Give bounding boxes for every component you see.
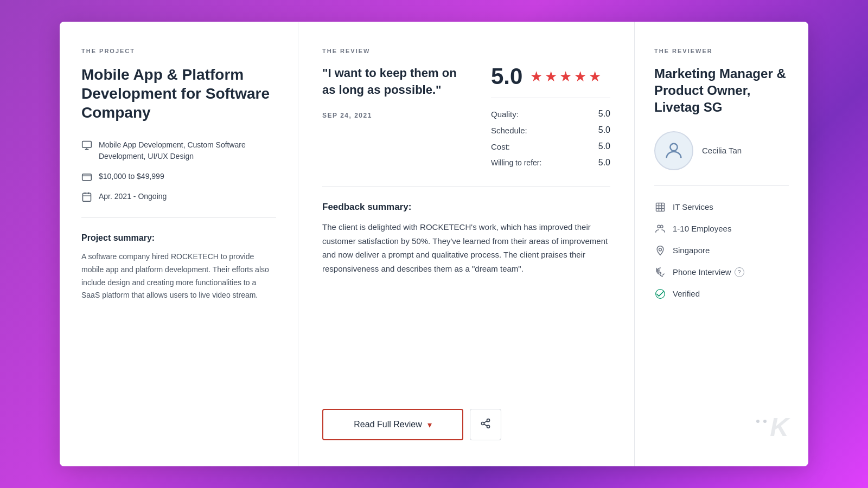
budget-meta: $10,000 to $49,999	[81, 171, 276, 182]
project-divider	[81, 217, 276, 218]
schedule-row: Schedule: 5.0	[491, 122, 610, 138]
review-date: SEP 24, 2021	[322, 112, 469, 119]
budget-icon	[81, 171, 92, 182]
star-3: ★	[559, 68, 572, 85]
read-full-review-button[interactable]: Read Full Review ▾	[322, 409, 463, 440]
summary-label: Project summary:	[81, 233, 276, 243]
watermark: K	[654, 406, 789, 440]
svg-rect-2	[83, 193, 91, 201]
overall-score-row: 5.0 ★ ★ ★ ★ ★	[491, 65, 610, 88]
cost-value: 5.0	[594, 142, 610, 151]
budget-text: $10,000 to $49,999	[99, 171, 164, 182]
verified-text: Verified	[673, 289, 700, 298]
timeline-text: Apr. 2021 - Ongoing	[99, 191, 167, 202]
review-column: THE REVIEW "I want to keep them on as lo…	[298, 22, 635, 466]
calendar-icon	[81, 191, 92, 202]
project-column: THE PROJECT Mobile App & Platform Develo…	[60, 22, 298, 466]
services-text: Mobile App Development, Custom Software …	[99, 139, 276, 162]
chevron-down-icon: ▾	[427, 420, 432, 430]
score-divider	[491, 98, 610, 98]
building-icon	[654, 201, 666, 213]
phone-icon	[654, 266, 666, 278]
overall-score-number: 5.0	[491, 65, 522, 88]
svg-point-8	[670, 143, 677, 150]
services-meta: Mobile App Development, Custom Software …	[81, 139, 276, 162]
svg-rect-0	[82, 142, 92, 148]
cost-row: Cost: 5.0	[491, 138, 610, 155]
review-card: THE PROJECT Mobile App & Platform Develo…	[60, 22, 808, 466]
timeline-meta: Apr. 2021 - Ongoing	[81, 191, 276, 202]
svg-point-5	[487, 425, 490, 428]
help-icon[interactable]: ?	[735, 267, 744, 277]
watermark-k: K	[770, 413, 789, 441]
cost-label: Cost:	[491, 142, 510, 151]
willing-label: Willing to refer:	[491, 158, 541, 167]
reviewer-title: Marketing Manager & Product Owner, Livet…	[654, 65, 789, 116]
svg-line-7	[484, 421, 487, 422]
svg-point-4	[482, 422, 484, 425]
willing-value: 5.0	[598, 158, 610, 168]
star-2: ★	[545, 68, 557, 85]
svg-line-6	[484, 424, 487, 426]
review-quote: "I want to keep them on as long as possi…	[322, 65, 469, 171]
svg-point-11	[660, 225, 663, 228]
verified-meta: Verified	[654, 288, 789, 300]
review-section-label: THE REVIEW	[322, 48, 610, 54]
svg-point-3	[487, 419, 490, 421]
verified-icon	[654, 288, 666, 300]
star-4: ★	[574, 68, 586, 85]
review-scores: 5.0 ★ ★ ★ ★ ★ Quality: 5.0 Schedule:	[491, 65, 610, 171]
star-5: ★	[589, 68, 601, 85]
project-section-label: THE PROJECT	[81, 48, 276, 54]
share-button[interactable]	[470, 409, 501, 440]
quality-value: 5.0	[594, 109, 610, 119]
quality-row: Quality: 5.0	[491, 106, 610, 122]
star-1: ★	[530, 68, 542, 85]
schedule-label: Schedule:	[491, 126, 527, 135]
reviewer-avatar-row: Cecilia Tan	[654, 131, 789, 186]
schedule-value: 5.0	[594, 125, 610, 135]
company-size-text: 1-10 Employees	[673, 224, 731, 233]
company-size-meta: 1-10 Employees	[654, 223, 789, 235]
star-rating: ★ ★ ★ ★ ★	[530, 68, 601, 85]
industry-meta: IT Services	[654, 201, 789, 213]
watermark-dot-1	[756, 420, 760, 423]
watermark-dot-2	[763, 420, 767, 423]
project-title: Mobile App & Platform Development for So…	[81, 65, 276, 122]
quality-label: Quality:	[491, 110, 519, 119]
reviewer-section-label: THE REVIEWER	[654, 48, 789, 54]
interview-meta: Phone Interview ?	[654, 266, 789, 278]
feedback-text: The client is delighted with ROCKETECH's…	[322, 220, 610, 391]
users-icon	[654, 223, 666, 235]
willing-row: Willing to refer: 5.0	[491, 155, 610, 171]
location-text: Singapore	[673, 246, 710, 255]
feedback-label: Feedback summary:	[322, 202, 610, 213]
read-review-label: Read Full Review	[354, 420, 422, 429]
svg-rect-9	[656, 203, 665, 211]
reviewer-name: Cecilia Tan	[702, 146, 742, 155]
interview-text: Phone Interview	[673, 267, 731, 277]
services-icon	[81, 140, 92, 151]
industry-text: IT Services	[673, 202, 713, 211]
svg-rect-1	[82, 174, 92, 181]
location-icon	[654, 245, 666, 256]
reviewer-column: THE REVIEWER Marketing Manager & Product…	[635, 22, 808, 466]
location-meta: Singapore	[654, 245, 789, 256]
review-top: "I want to keep them on as long as possi…	[322, 65, 610, 187]
action-buttons: Read Full Review ▾	[322, 409, 610, 440]
phone-row: Phone Interview ?	[673, 267, 744, 277]
avatar	[654, 131, 693, 170]
share-icon	[480, 418, 491, 432]
quote-text: "I want to keep them on as long as possi…	[322, 65, 469, 99]
svg-point-12	[659, 248, 662, 251]
summary-text: A software company hired ROCKETECH to pr…	[81, 251, 276, 302]
